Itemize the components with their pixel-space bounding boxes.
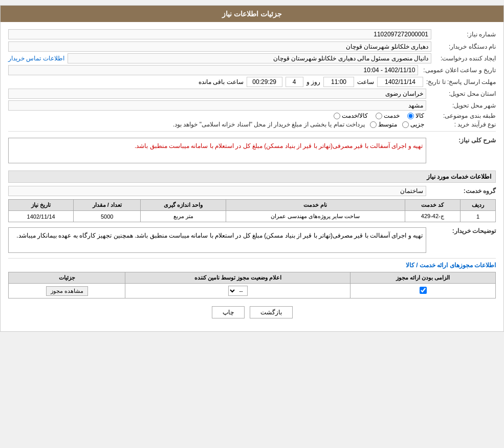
services-table-header: ردیف کد خدمت نام خدمت واحد اندازه گیری ت… [9, 200, 496, 211]
col-date: تاریخ نیاز [9, 200, 74, 211]
need-number-value: 1102097272000001 [8, 29, 431, 39]
process-radio-jozei-label: جزیی [410, 121, 424, 128]
buyer-org-value: دهیاری خلکانلو شهرستان قوچان [8, 41, 431, 52]
announce-date-label: تاریخ و ساعت اعلان عمومی: [423, 67, 496, 74]
reply-remaining-value: 00:29:29 [247, 77, 282, 87]
divider-2 [8, 258, 496, 259]
cell-count: 5000 [74, 211, 141, 222]
permits-table-header: الزامی بودن ارائه مجوز اعلام وضعیت مجوز … [9, 272, 496, 284]
page-container: جزئیات اطلاعات نیاز شماره نیاز: 11020972… [0, 5, 504, 332]
service-group-label: گروه خدمت: [429, 187, 496, 195]
col-unit: واحد اندازه گیری [141, 200, 226, 211]
category-radio-both[interactable]: کالا/خدمت [334, 112, 368, 119]
creator-contact-link[interactable]: اطلاعات تماس خریدار [8, 55, 64, 62]
category-radio-both-label: کالا/خدمت [342, 112, 368, 119]
service-group-value: ساختمان [8, 186, 426, 196]
action-buttons: بازگشت چاپ [8, 306, 496, 318]
cell-name: ساخت سایر پروژه‌های مهندسی عمران [226, 211, 405, 222]
process-label: نوع فرآیند خرید : [429, 121, 496, 128]
permit-required-cell [350, 284, 496, 298]
divider-1 [8, 131, 496, 132]
col-count: تعداد / مقدار [74, 200, 141, 211]
category-label: طبقه بندی موضوعی: [429, 112, 496, 119]
col-name: نام خدمت [226, 200, 405, 211]
need-description-text: تهیه و اجرای آسفالت با قیر مصرفی(تهاتر ب… [8, 138, 426, 163]
page-title: جزئیات اطلاعات نیاز [1, 6, 503, 22]
reply-days-label: روز و [306, 78, 320, 86]
city-value: مشهد [8, 100, 426, 111]
need-number-label: شماره نیاز: [434, 31, 496, 38]
creator-label: ایجاد کننده درخواست: [434, 55, 496, 62]
permits-table-row: -- مشاهده مجوز [9, 284, 496, 298]
process-radio-jozei[interactable]: جزیی [402, 121, 424, 128]
table-row: 1 ج-42-429 ساخت سایر پروژه‌های مهندسی عم… [9, 211, 496, 222]
permits-section-title[interactable]: اطلاعات مجوزهای ارائه خدمت / کالا [8, 262, 496, 269]
category-radio-group: کالا خدمت کالا/خدمت [334, 112, 424, 119]
buyer-notes-text: تهیه و اجرای آسفالت با قیر مصرفی(تهاتر ب… [8, 227, 426, 253]
reply-date-value: 1402/11/14 [377, 77, 423, 87]
cell-unit: متر مربع [141, 211, 226, 222]
process-description-text: پرداخت تمام یا بخشی از مبلغ خریدار از مح… [173, 121, 365, 128]
city-label: شهر محل تحویل: [429, 102, 496, 109]
view-permit-button[interactable]: مشاهده مجوز [46, 286, 88, 296]
reply-remaining-label: ساعت باقی مانده [199, 78, 244, 86]
process-radio-group: جزیی متوسط پرداخت تمام یا بخشی از مبلغ خ… [173, 121, 424, 128]
reply-time-value: 11:00 [323, 77, 354, 87]
creator-value: دانیال منصوری مسئول مالی دهیاری خلکانلو … [68, 53, 431, 63]
process-radio-motavasset-label: متوسط [378, 121, 397, 128]
content-area: شماره نیاز: 1102097272000001 نام دستگاه … [1, 22, 503, 331]
reply-time-label: ساعت [357, 78, 374, 86]
permits-table-body: -- مشاهده مجوز [9, 284, 496, 298]
services-table: ردیف کد خدمت نام خدمت واحد اندازه گیری ت… [8, 199, 496, 222]
permits-table: الزامی بودن ارائه مجوز اعلام وضعیت مجوز … [8, 272, 496, 298]
col-row: ردیف [460, 200, 495, 211]
cell-code: ج-42-429 [405, 211, 460, 222]
permit-required-checkbox[interactable] [420, 287, 427, 294]
category-radio-kala[interactable]: کالا [407, 112, 424, 119]
announce-date-value: 1402/11/10 - 10:04 [8, 65, 418, 75]
permits-col-status: اعلام وضعیت مجوز توسط نامین کننده [125, 272, 350, 284]
permits-col-required: الزامی بودن ارائه مجوز [350, 272, 496, 284]
category-radio-kala-label: کالا [415, 112, 424, 119]
col-code: کد خدمت [405, 200, 460, 211]
cell-row: 1 [460, 211, 495, 222]
permit-status-cell: -- [125, 284, 350, 298]
permits-col-details: جزئیات [9, 272, 125, 284]
back-button[interactable]: بازگشت [250, 306, 293, 318]
services-table-body: 1 ج-42-429 ساخت سایر پروژه‌های مهندسی عم… [9, 211, 496, 222]
reply-days-value: 4 [286, 77, 303, 87]
permit-details-cell: مشاهده مجوز [9, 284, 125, 298]
province-value: خراسان رضوی [8, 89, 426, 99]
buyer-org-label: نام دستگاه خریدار: [434, 43, 496, 50]
process-radio-motavasset[interactable]: متوسط [370, 121, 397, 128]
reply-deadline-label: مهلت ارسال پاسخ: تا تاریخ: [426, 78, 496, 86]
buyer-notes-label: توضیحات خریدار: [429, 225, 496, 234]
print-button[interactable]: چاپ [212, 306, 245, 318]
permit-status-select[interactable]: -- [228, 286, 248, 296]
services-section-title: اطلاعات خدمات مورد نیاز [8, 170, 496, 183]
category-radio-khedmat-label: خدمت [384, 112, 400, 119]
need-description-label: شرح کلی نیاز: [429, 135, 496, 144]
category-radio-khedmat[interactable]: خدمت [376, 112, 400, 119]
cell-date: 1402/11/14 [9, 211, 74, 222]
province-label: استان محل تحویل: [429, 90, 496, 97]
